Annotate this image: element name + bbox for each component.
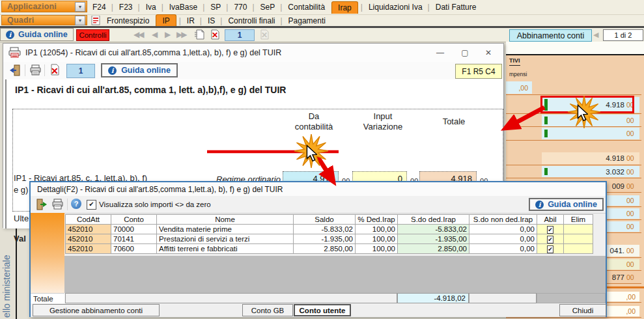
table-header-row: CodAtt Conto Nome Saldo % Ded.Irap S.do … xyxy=(66,215,593,225)
elim-cell[interactable] xyxy=(564,234,593,244)
empty-table-area xyxy=(64,256,606,293)
tab-controlli-finali[interactable]: Controlli finali xyxy=(217,16,277,25)
tab-sp[interactable]: SP xyxy=(200,3,223,12)
section-heading: IP1 - Ricavi di cui all'art.85, comma 1,… xyxy=(15,85,286,95)
highlight-red-box xyxy=(540,96,634,113)
minimize-icon[interactable]: — xyxy=(430,46,450,60)
dropdown-arrow-icon[interactable]: ▼ xyxy=(75,2,85,12)
clipped-text: Val xyxy=(14,234,26,243)
abil-checkbox[interactable]: ✔ xyxy=(547,245,553,253)
table-row[interactable]: 452010 70600 Affitti terreni e fabbricat… xyxy=(66,244,593,254)
exit-icon[interactable] xyxy=(8,64,21,78)
guida-online-button[interactable]: i Guida online xyxy=(0,28,74,41)
tab-f23[interactable]: F23 xyxy=(109,3,135,12)
svg-text:✕: ✕ xyxy=(51,66,59,76)
tab-is[interactable]: IS xyxy=(197,16,217,25)
dettagli-guida-online-button[interactable]: i Guida online xyxy=(529,198,604,211)
tab-iva[interactable]: Iva xyxy=(135,3,159,12)
green-marker xyxy=(544,117,548,124)
pager-indicator: 1 di 2 xyxy=(603,29,643,41)
clipped-text: Ulte xyxy=(14,214,29,223)
conto-utente-button[interactable]: Conto utente xyxy=(294,304,351,316)
column-header-input-variazione: InputVariazione xyxy=(347,111,419,132)
form-field[interactable]: 00 xyxy=(542,115,639,126)
tab-f24[interactable]: F24 xyxy=(90,3,109,12)
form-field[interactable]: 4.91800 xyxy=(542,152,639,164)
nav-prev-icon[interactable]: ◀ xyxy=(152,30,156,39)
dettagli-toolbar: ? ✔ Visualizza solo importi <> da zero xyxy=(31,196,606,214)
quadri-label: Quadri xyxy=(7,16,34,25)
abbinamento-conti-button[interactable]: Abbinamento conti xyxy=(509,29,592,42)
delete-page-icon[interactable]: ✕ xyxy=(210,29,220,42)
info-icon: i xyxy=(535,201,544,209)
delete-page-icon[interactable]: ✕ xyxy=(49,64,61,78)
nav-first-icon[interactable]: ◀◀ xyxy=(133,30,143,39)
table-row[interactable]: 452010 70000 Vendita materie prime -5.83… xyxy=(66,225,593,234)
delete-page-disabled-icon: ✕ xyxy=(259,29,270,42)
elim-cell[interactable] xyxy=(564,225,593,234)
dialog-page-number[interactable]: 1 xyxy=(66,64,95,78)
svg-text:✕: ✕ xyxy=(261,31,268,40)
dropdown-arrow-icon[interactable]: ▼ xyxy=(75,16,85,25)
form-field[interactable]: 3.03200 xyxy=(542,166,639,177)
tab-ir[interactable]: IR xyxy=(176,16,197,25)
dialog-guida-online-button[interactable]: i Guida online xyxy=(101,63,178,77)
filter-checkbox[interactable]: ✔ xyxy=(87,200,96,210)
elim-cell[interactable] xyxy=(564,244,593,254)
abil-checkbox[interactable]: ✔ xyxy=(547,236,553,243)
column-header-totale: Totale xyxy=(421,117,486,127)
controlli-button[interactable]: Controlli xyxy=(76,29,109,41)
pager-left-arrow-icon[interactable]: ◀ xyxy=(593,31,598,39)
close-icon[interactable]: ✕ xyxy=(479,46,498,60)
chiudi-button[interactable]: Chiudi xyxy=(559,304,606,316)
info-icon: i xyxy=(6,31,14,39)
help-icon[interactable]: ? xyxy=(71,199,81,209)
ip1-dialog-toolbar: ✕ 1 i Guida online F1 R5 C4 xyxy=(3,62,503,80)
tab-contabilita[interactable]: Contabilità xyxy=(277,3,328,12)
main-toolbar: i Guida online Controlli ◀◀ ◀ ▶ ▶▶ ✕ 1 ✕… xyxy=(0,28,644,42)
maximize-icon[interactable]: ▢ xyxy=(455,46,475,60)
nav-next-icon[interactable]: ▶ xyxy=(165,30,169,39)
print-icon[interactable] xyxy=(29,64,42,78)
applicazioni-dropdown[interactable]: Applicazioni ▼ xyxy=(1,1,87,12)
nav-last-icon[interactable]: ▶▶ xyxy=(176,30,186,39)
svg-text:✕: ✕ xyxy=(212,31,218,40)
new-page-icon[interactable] xyxy=(195,29,205,42)
application-window: Applicazioni ▼ F24 F23 Iva IvaBase SP 77… xyxy=(0,0,644,319)
page-number-box[interactable]: 1 xyxy=(225,29,255,41)
conto-gb-button[interactable]: Conto GB xyxy=(242,304,293,316)
dettagli-titlebar[interactable]: Dettagli(F2) - Ricavi di cui all'art.85,… xyxy=(31,182,606,196)
dettagli-footer: Gestione abbinamento conti Conto GB Cont… xyxy=(31,303,606,317)
form-field[interactable]: 00 xyxy=(542,128,639,139)
quadri-tabs: Frontespizio IP IR IS Controlli finali P… xyxy=(104,15,328,26)
exit-icon[interactable] xyxy=(36,199,49,212)
tab-ivabase[interactable]: IvaBase xyxy=(159,3,200,12)
dettagli-dialog: Dettagli(F2) - Ricavi di cui all'art.85,… xyxy=(29,181,607,317)
tab-ip-active[interactable]: IP xyxy=(156,14,176,27)
tab-pagamenti[interactable]: Pagamenti xyxy=(277,16,328,25)
print-icon[interactable] xyxy=(51,199,64,212)
filter-checkbox-label: Visualizza solo importi <> da zero xyxy=(99,201,211,208)
tab-liquidazioni-iva[interactable]: Liquidazioni Iva xyxy=(358,3,425,12)
quadri-dropdown[interactable]: Quadri ▼ xyxy=(1,15,87,25)
quadri-menu-bar: Quadri ▼ Frontespizio IP IR IS Controlli… xyxy=(0,15,644,26)
applications-menu-bar: Applicazioni ▼ F24 F23 Iva IvaBase SP 77… xyxy=(0,0,644,15)
dialog-title: IP1 (12054) - Ricavi di cui all'art.85,c… xyxy=(25,48,281,57)
form-header-fragment: TIVI xyxy=(509,57,520,66)
abil-checkbox[interactable]: ✔ xyxy=(547,226,553,234)
tab-sep[interactable]: SeP xyxy=(249,3,277,12)
tab-irap-active[interactable]: Irap xyxy=(331,1,358,14)
tab-frontespizio[interactable]: Frontespizio xyxy=(104,16,152,25)
table-row[interactable]: 452010 70141 Prestazioni di servizi a te… xyxy=(66,234,593,244)
gestione-abbinamento-button[interactable]: Gestione abbinamento conti xyxy=(33,304,160,316)
applicazioni-label: Applicazioni xyxy=(7,2,57,11)
cell-reference-badge: F1 R5 C4 xyxy=(455,64,502,79)
form-field[interactable]: ,00 xyxy=(506,81,532,94)
green-marker xyxy=(544,130,548,137)
tab-770[interactable]: 770 xyxy=(223,3,249,12)
column-header-da-contabilita: Dacontabilità xyxy=(278,111,350,132)
tab-dati-fatture[interactable]: Dati Fatture xyxy=(425,3,479,12)
form-label-fragment: mpensi xyxy=(509,71,527,77)
dialog-icon xyxy=(8,47,21,60)
ip1-dialog-titlebar[interactable]: IP1 (12054) - Ricavi di cui all'art.85,c… xyxy=(3,44,503,62)
